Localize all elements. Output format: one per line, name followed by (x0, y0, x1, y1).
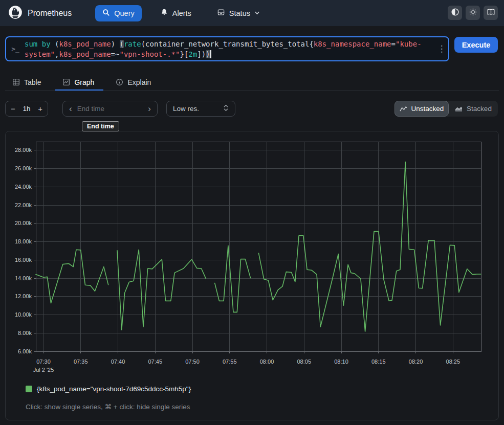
svg-text:12.00k: 12.00k (15, 293, 32, 299)
svg-text:08:20: 08:20 (409, 359, 423, 365)
end-time-tooltip: End time (82, 121, 119, 131)
svg-text:20.00k: 20.00k (15, 220, 32, 226)
prometheus-brand[interactable]: Prometheus (8, 5, 72, 21)
next-time-chevron[interactable]: › (148, 104, 151, 113)
svg-text:28.00k: 28.00k (15, 147, 32, 153)
svg-text:08:10: 08:10 (334, 359, 348, 365)
svg-text:07:50: 07:50 (185, 359, 200, 365)
graph-icon (62, 78, 70, 86)
legend-help-note: Click: show single series, ⌘ + click: hi… (26, 402, 190, 411)
tab-explain[interactable]: Explain (108, 74, 160, 90)
nav-item-status-label: Status (229, 9, 250, 17)
nav-item-alerts-label: Alerts (172, 9, 191, 17)
query-expression-text[interactable]: sum by (k8s_pod_name) (rate(container_ne… (25, 37, 435, 60)
svg-text:07:55: 07:55 (223, 359, 237, 365)
theme-toggle-button[interactable] (448, 6, 462, 20)
svg-text:07:35: 07:35 (74, 359, 88, 365)
settings-button[interactable] (466, 6, 480, 20)
legend-series-item[interactable]: {k8s_pod_name="vpn-shoot-7d69c5ddcc-5mh5… (26, 385, 191, 393)
stacked-area-icon (455, 105, 463, 112)
stacked-label: Stacked (467, 105, 492, 113)
nav-item-query[interactable]: Query (95, 5, 142, 21)
tab-graph[interactable]: Graph (55, 74, 103, 90)
bell-icon (160, 8, 168, 18)
query-options-kebab-menu[interactable]: ⋮ (435, 37, 448, 60)
svg-text:16.00k: 16.00k (15, 257, 32, 263)
unstacked-label: Unstacked (411, 105, 444, 113)
query-expression-input[interactable]: >_ sum by (k8s_pod_name) (rate(container… (5, 36, 449, 61)
navbar: Prometheus Query Alerts (0, 0, 504, 26)
svg-text:18.00k: 18.00k (15, 238, 32, 244)
stacking-toggle: Unstacked Stacked (395, 101, 498, 117)
nav-item-query-label: Query (114, 9, 135, 17)
svg-text:08:05: 08:05 (297, 359, 312, 365)
range-increase-button[interactable]: + (38, 105, 42, 113)
svg-text:08:25: 08:25 (446, 359, 461, 365)
svg-text:08:00: 08:00 (260, 359, 274, 365)
unstacked-button[interactable]: Unstacked (395, 101, 449, 117)
select-chevrons-icon (223, 104, 229, 114)
table-icon (12, 78, 20, 86)
end-time-placeholder[interactable]: End time (77, 105, 148, 113)
terminal-prompt-icon: >_ (6, 37, 25, 60)
tab-table-label: Table (24, 78, 41, 86)
svg-text:10.00k: 10.00k (15, 311, 32, 318)
end-time-picker[interactable]: ‹ End time › (62, 101, 158, 117)
docs-button[interactable] (484, 6, 498, 20)
svg-text:22.00k: 22.00k (15, 202, 32, 208)
nav-item-status[interactable]: Status (210, 5, 267, 21)
server-icon (217, 8, 225, 18)
info-icon (116, 78, 123, 86)
svg-text:07:45: 07:45 (148, 359, 162, 365)
gear-icon (469, 8, 477, 18)
svg-text:08:15: 08:15 (371, 359, 386, 365)
tab-table[interactable]: Table (5, 74, 50, 90)
nav-item-alerts[interactable]: Alerts (153, 5, 199, 21)
svg-text:14.00k: 14.00k (15, 275, 32, 281)
line-chart-icon (400, 105, 407, 112)
svg-text:07:30: 07:30 (36, 359, 51, 365)
graph-canvas[interactable]: 6.00k8.00k10.00k12.00k14.00k16.00k18.00k… (5, 134, 494, 379)
svg-text:26.00k: 26.00k (15, 165, 32, 171)
half-circle-icon (451, 8, 459, 18)
svg-text:8.00k: 8.00k (18, 330, 32, 336)
resolution-select[interactable]: Low res. (166, 101, 235, 117)
svg-text:Jul 2 '25: Jul 2 '25 (33, 367, 54, 373)
stacked-button[interactable]: Stacked (449, 105, 498, 113)
chevron-down-icon (254, 9, 260, 17)
svg-text:24.00k: 24.00k (15, 184, 32, 190)
book-icon (487, 8, 495, 18)
tab-explain-label: Explain (127, 78, 151, 86)
prometheus-logo-icon (8, 5, 23, 21)
search-icon (102, 9, 110, 18)
tab-graph-label: Graph (74, 78, 94, 86)
range-decrease-button[interactable]: − (11, 105, 15, 113)
svg-text:07:40: 07:40 (111, 359, 125, 365)
range-value[interactable]: 1h (23, 105, 30, 113)
legend-color-swatch (26, 386, 32, 392)
previous-time-chevron[interactable]: ‹ (69, 104, 72, 113)
brand-name: Prometheus (28, 9, 72, 18)
legend-series-label: {k8s_pod_name="vpn-shoot-7d69c5ddcc-5mh5… (37, 385, 191, 393)
svg-text:6.00k: 6.00k (18, 348, 32, 354)
range-selector: − 1h + (5, 101, 48, 117)
resolution-value: Low res. (173, 105, 199, 113)
result-tabs: Table Graph Explain (5, 74, 499, 91)
execute-button[interactable]: Execute (454, 37, 498, 53)
